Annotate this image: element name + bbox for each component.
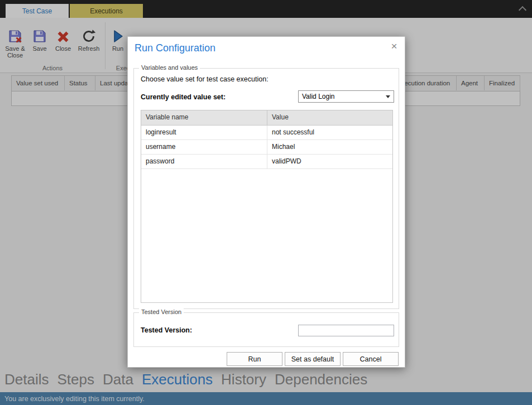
variable-value-cell[interactable]: validPWD <box>267 155 392 168</box>
variables-and-values-group: Variables and values Choose value set fo… <box>133 68 399 309</box>
dialog-close-icon[interactable]: × <box>388 40 400 52</box>
dialog-set-as-default-button[interactable]: Set as default <box>285 352 341 366</box>
application-window: Test Case Executions Save & Close Save C… <box>0 0 532 405</box>
table-row: username Michael <box>141 140 392 155</box>
tested-version-input[interactable] <box>298 325 394 336</box>
currently-edited-value-set-label: Curently edited value set: <box>141 93 226 101</box>
variable-value-cell[interactable]: not successful <box>267 126 392 139</box>
run-configuration-dialog: Run Configuration × Variables and values… <box>127 36 405 368</box>
table-row: password validPWD <box>141 155 392 169</box>
variable-name-cell: password <box>141 155 267 168</box>
variable-name-cell: loginresult <box>141 126 267 139</box>
value-set-dropdown-selected: Valid Login <box>302 93 335 100</box>
chevron-down-icon <box>386 95 390 98</box>
variables-table-header: Variable name Value <box>141 110 392 126</box>
dialog-run-button[interactable]: Run <box>227 352 282 366</box>
choose-value-set-instruction: Choose value set for test case execution… <box>141 75 269 83</box>
dialog-title: Run Configuration <box>135 42 215 54</box>
value-set-dropdown[interactable]: Valid Login <box>298 90 394 103</box>
variable-name-cell: username <box>141 140 267 154</box>
tested-version-group: Tested Version Tested Version: <box>133 312 399 347</box>
dialog-cancel-button[interactable]: Cancel <box>343 352 399 366</box>
variables-column-header-value: Value <box>267 110 392 125</box>
variables-column-header-name: Variable name <box>141 110 267 125</box>
tested-version-label: Tested Version: <box>141 326 192 334</box>
tested-version-group-legend: Tested Version <box>139 308 184 315</box>
variables-group-legend: Variables and values <box>139 64 200 71</box>
table-row: loginresult not successful <box>141 126 392 140</box>
variables-table: Variable name Value loginresult not succ… <box>141 110 393 303</box>
variable-value-cell[interactable]: Michael <box>267 140 392 154</box>
